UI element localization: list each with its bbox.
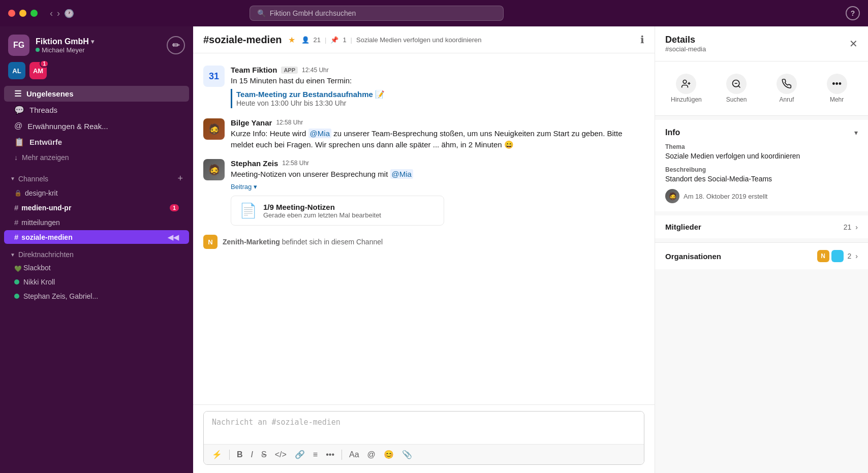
threads-label: Threads xyxy=(29,106,57,114)
org-badge-n: N xyxy=(817,250,829,262)
action-hinzufugen[interactable]: Hinzufügen xyxy=(663,70,709,107)
dm-collapse-icon[interactable]: ▼ xyxy=(10,252,15,258)
sidebar-item-erwahnungen[interactable]: @ Erwähnungen & Reak... xyxy=(4,118,189,134)
notif-suffix: befindet sich in diesem Channel xyxy=(282,238,383,246)
msg1-content: Team Fiktion APP 12:45 Uhr In 15 Minuten… xyxy=(231,66,644,110)
avatar-am[interactable]: AM 1 xyxy=(29,62,47,79)
info-button[interactable]: ℹ xyxy=(640,34,644,46)
msg2-time: 12:58 Uhr xyxy=(276,119,303,126)
more-formatting-button[interactable]: ••• xyxy=(323,448,337,461)
link-button[interactable]: 🔗 xyxy=(292,448,308,461)
dm-slackbot[interactable]: 💚 Slackbot xyxy=(4,261,189,274)
details-header: Details #social-media ✕ xyxy=(655,26,868,61)
phone-icon xyxy=(777,74,797,94)
compose-button[interactable]: ✏ xyxy=(167,36,185,54)
strikethrough-button[interactable]: S xyxy=(258,448,270,461)
sidebar: FG Fiktion GmbH ▾ Michael Meyer ✏ AL AM … xyxy=(0,26,193,473)
entwurfe-icon: 📋 xyxy=(14,137,24,147)
list-button[interactable]: ≡ xyxy=(310,448,321,461)
help-button[interactable]: ? xyxy=(846,6,860,20)
ungelesenes-icon: ☰ xyxy=(14,89,21,99)
notif-name: Zenith-Marketing xyxy=(223,238,280,246)
bold-button[interactable]: B xyxy=(234,448,246,461)
channel-name-mitteilungen: mitteilungen xyxy=(21,218,60,227)
avatar-al[interactable]: AL xyxy=(8,62,25,79)
channels-collapse-icon[interactable]: ▼ xyxy=(10,176,15,181)
sidebar-item-entwurfe[interactable]: 📋 Entwürfe xyxy=(4,134,189,150)
org-badges: N xyxy=(817,250,844,262)
mention-mia-2[interactable]: @Mia xyxy=(390,169,413,179)
action-anruf[interactable]: Anruf xyxy=(764,70,810,107)
sidebar-nav: ☰ Ungelesenes 💬 Threads @ Erwähnungen & … xyxy=(0,83,193,167)
maximize-window-btn[interactable] xyxy=(30,10,38,17)
hinzufugen-label: Hinzufügen xyxy=(671,96,702,103)
mitglieder-row[interactable]: Mitglieder 21 › xyxy=(655,215,868,238)
attachment-button[interactable]: 📎 xyxy=(399,448,415,461)
created-text: Am 18. Oktober 2019 erstellt xyxy=(684,193,767,200)
notif-text: Zenith-Marketing befindet sich in diesem… xyxy=(223,238,383,246)
channel-hash-medien: # xyxy=(14,203,18,212)
back-button[interactable]: ‹ xyxy=(50,8,53,19)
entwurfe-label: Entwürfe xyxy=(29,138,62,146)
msg3-author: Stephan Zeis xyxy=(231,159,278,168)
beschreibung-row: Beschreibung Standort des Social-Media-T… xyxy=(665,166,858,183)
bilge-avatar: 🧔 xyxy=(203,118,225,140)
message-input[interactable] xyxy=(204,412,644,442)
star-icon[interactable]: ★ xyxy=(288,35,295,45)
file-card[interactable]: 📄 1/9 Meeting-Notizen Gerade eben zum le… xyxy=(231,196,444,226)
channel-medien-und-pr[interactable]: # medien-und-pr 1 xyxy=(4,201,189,214)
msg2-header: Bilge Yanar 12:58 Uhr xyxy=(231,118,644,127)
mention-mia-1[interactable]: @Mia xyxy=(308,129,331,138)
more-button[interactable]: ↓ Mehr anzeigen xyxy=(4,150,189,165)
minimize-window-btn[interactable] xyxy=(19,10,26,17)
organisationen-row[interactable]: Organisationen N 2 › xyxy=(655,242,868,269)
action-mehr[interactable]: ••• Mehr xyxy=(814,70,860,107)
channel-soziale-medien[interactable]: # soziale-medien ◀◀ xyxy=(4,230,189,244)
info-section-header[interactable]: Info ▾ xyxy=(665,128,858,137)
file-name: 1/9 Meeting-Notizen xyxy=(263,203,381,211)
global-search-bar[interactable]: 🔍 Fiktion GmbH durchsuchen xyxy=(250,6,504,21)
channel-design-krit[interactable]: 🔒 design-krit xyxy=(4,186,189,200)
search-action-icon xyxy=(726,74,747,94)
dm-stephan[interactable]: Stephan Zeis, Gabriel... xyxy=(4,290,189,303)
msg2-content: Bilge Yanar 12:58 Uhr Kurze Info: Heute … xyxy=(231,118,644,151)
add-channel-button[interactable]: + xyxy=(177,173,183,184)
code-button[interactable]: </> xyxy=(272,448,290,461)
creator-avatar: 🧔 xyxy=(665,189,679,203)
beitrag-button[interactable]: Beitrag ▾ xyxy=(231,182,257,192)
italic-button[interactable]: I xyxy=(248,448,256,461)
workspace-name[interactable]: Fiktion GmbH ▾ xyxy=(36,37,161,46)
action-suchen[interactable]: Suchen xyxy=(714,70,760,107)
channel-hash-mitteilungen: # xyxy=(14,218,18,227)
close-details-button[interactable]: ✕ xyxy=(849,38,858,50)
slackbot-icon: 💚 xyxy=(14,265,19,270)
msg2-text: Kurze Info: Heute wird @Mia zu unserer T… xyxy=(231,128,644,151)
forward-button[interactable]: › xyxy=(57,8,60,19)
workspace-info: Fiktion GmbH ▾ Michael Meyer xyxy=(36,37,161,54)
sidebar-item-threads[interactable]: 💬 Threads xyxy=(4,102,189,118)
toolbar-separator-1 xyxy=(229,450,230,460)
beschreibung-value: Standort des Social-Media-Teams xyxy=(665,175,858,183)
text-size-button[interactable]: Aa xyxy=(346,448,362,461)
history-button[interactable]: 🕐 xyxy=(64,8,74,19)
search-placeholder: Fiktion GmbH durchsuchen xyxy=(270,9,356,17)
thema-value: Soziale Medien verfolgen und koordiniere… xyxy=(665,152,858,160)
event-title[interactable]: Team-Meeting zur Bestandsaufnahme 📝 xyxy=(236,90,640,99)
emoji-button[interactable]: 😊 xyxy=(381,448,397,461)
details-panel: Details #social-media ✕ Hinzufügen Suche… xyxy=(655,26,868,473)
dm-nikki[interactable]: Nikki Kroll xyxy=(4,275,189,289)
svg-point-0 xyxy=(684,80,687,84)
window-controls xyxy=(8,10,38,17)
chat-messages: 31 Team Fiktion APP 12:45 Uhr In 15 Minu… xyxy=(193,53,655,404)
lightning-button[interactable]: ⚡ xyxy=(209,448,225,461)
channel-mitteilungen[interactable]: # mitteilungen xyxy=(4,215,189,229)
chat-header: #soziale-medien ★ 👤 21 | 📌 1 | Soziale M… xyxy=(193,26,655,53)
close-window-btn[interactable] xyxy=(8,10,15,17)
mention-button[interactable]: @ xyxy=(364,448,379,461)
channel-name-soziale: soziale-medien xyxy=(21,233,72,241)
dm-name-stephan: Stephan Zeis, Gabriel... xyxy=(23,292,98,300)
more-arrow-icon: ↓ xyxy=(14,153,18,162)
channel-meta: 👤 21 | 📌 1 | Soziale Medien verfolgen un… xyxy=(301,36,482,44)
details-title: Details xyxy=(665,35,706,45)
sidebar-item-ungelesenes[interactable]: ☰ Ungelesenes xyxy=(4,86,189,102)
